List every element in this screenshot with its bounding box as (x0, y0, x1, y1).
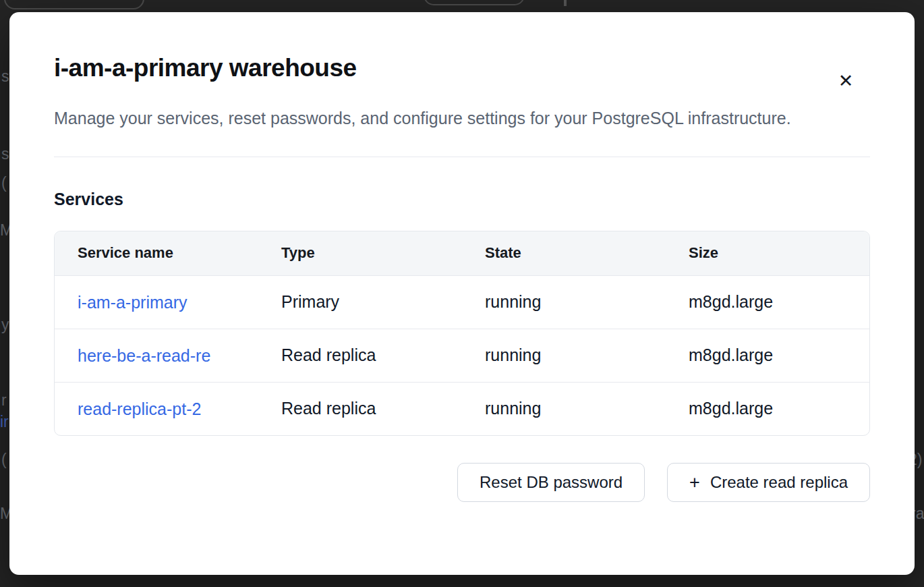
background-text-fragment: y (1, 316, 9, 334)
background-fragment (564, 0, 567, 6)
service-link[interactable]: read-replica-pt-2 (78, 399, 201, 419)
background-text-fragment: ( (1, 174, 7, 192)
background-link-fragment: ir (0, 413, 9, 431)
dialog-title: i-am-a-primary warehouse (54, 54, 870, 82)
table-row: read-replica-pt-2 Read replica running m… (55, 382, 869, 435)
service-state-cell: running (462, 275, 666, 329)
table-row: i-am-a-primary Primary running m8gd.larg… (55, 275, 869, 329)
divider (54, 157, 870, 157)
service-type-cell: Primary (258, 275, 462, 329)
warehouse-dialog: i-am-a-primary warehouse ✕ Manage your s… (9, 12, 915, 575)
service-link[interactable]: i-am-a-primary (78, 293, 187, 312)
background-text-fragment: r (1, 391, 7, 410)
column-header-size: Size (666, 231, 869, 275)
table-row: here-be-a-read-re Read replica running m… (55, 329, 869, 382)
service-link[interactable]: here-be-a-read-re (78, 346, 210, 366)
table-header-row: Service name Type State Size (55, 231, 869, 275)
column-header-state: State (462, 231, 666, 275)
services-table: Service name Type State Size i-am-a-prim… (54, 231, 870, 436)
service-name-cell: read-replica-pt-2 (55, 382, 258, 435)
services-heading: Services (54, 190, 870, 209)
service-size-cell: m8gd.large (666, 329, 869, 382)
service-type-cell: Read replica (258, 329, 462, 382)
reset-db-password-button[interactable]: Reset DB password (457, 463, 645, 502)
column-header-type: Type (258, 231, 462, 275)
service-name-cell: here-be-a-read-re (55, 329, 258, 382)
service-state-cell: running (462, 382, 666, 435)
service-state-cell: running (462, 329, 666, 382)
dialog-actions: Reset DB password + Create read replica (54, 463, 870, 502)
create-read-replica-button[interactable]: + Create read replica (667, 463, 870, 502)
column-header-service-name: Service name (55, 231, 258, 275)
dialog-description: Manage your services, reset passwords, a… (54, 104, 830, 132)
close-button[interactable]: ✕ (832, 67, 859, 94)
background-button-fragment (424, 0, 525, 5)
background-text-fragment: ( (1, 451, 7, 469)
close-icon: ✕ (838, 72, 854, 90)
service-size-cell: m8gd.large (666, 275, 869, 329)
background-text-fragment: s (1, 145, 9, 163)
service-size-cell: m8gd.large (666, 382, 869, 435)
service-name-cell: i-am-a-primary (55, 275, 258, 329)
background-button-fragment (4, 0, 144, 9)
plus-icon: + (689, 474, 700, 492)
reset-db-password-label: Reset DB password (480, 473, 623, 492)
service-type-cell: Read replica (258, 382, 462, 435)
create-read-replica-label: Create read replica (710, 473, 848, 492)
